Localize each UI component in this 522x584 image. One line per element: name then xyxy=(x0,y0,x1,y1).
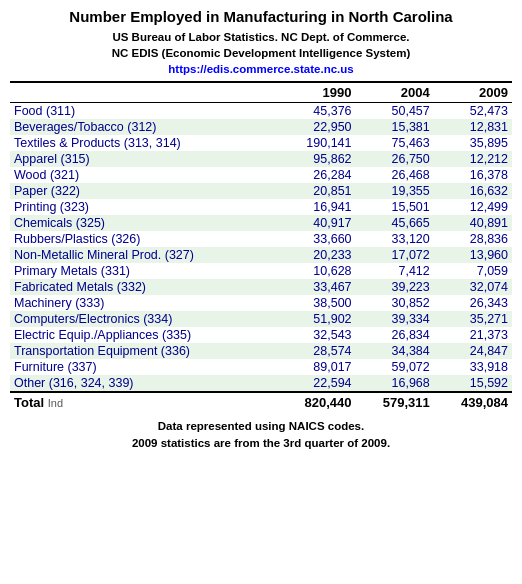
row-value: 75,463 xyxy=(356,135,434,151)
page-title: Number Employed in Manufacturing in Nort… xyxy=(10,8,512,25)
row-value: 20,233 xyxy=(277,247,355,263)
total-row: Total Ind 820,440 579,311 439,084 xyxy=(10,392,512,412)
row-value: 89,017 xyxy=(277,359,355,375)
row-value: 16,632 xyxy=(434,183,512,199)
row-value: 16,941 xyxy=(277,199,355,215)
row-value: 32,543 xyxy=(277,327,355,343)
row-value: 33,918 xyxy=(434,359,512,375)
row-value: 12,499 xyxy=(434,199,512,215)
row-value: 28,836 xyxy=(434,231,512,247)
row-label: Beverages/Tobacco (312) xyxy=(10,119,277,135)
table-row: Chemicals (325)40,91745,66540,891 xyxy=(10,215,512,231)
row-value: 15,501 xyxy=(356,199,434,215)
table-row: Rubbers/Plastics (326)33,66033,12028,836 xyxy=(10,231,512,247)
row-value: 12,831 xyxy=(434,119,512,135)
row-label: Primary Metals (331) xyxy=(10,263,277,279)
footer-line1: Data represented using NAICS codes. xyxy=(158,420,364,432)
row-value: 16,378 xyxy=(434,167,512,183)
row-value: 16,968 xyxy=(356,375,434,392)
row-label: Non-Metallic Mineral Prod. (327) xyxy=(10,247,277,263)
row-value: 17,072 xyxy=(356,247,434,263)
row-value: 24,847 xyxy=(434,343,512,359)
row-value: 34,384 xyxy=(356,343,434,359)
row-label: Chemicals (325) xyxy=(10,215,277,231)
row-label: Furniture (337) xyxy=(10,359,277,375)
row-value: 33,660 xyxy=(277,231,355,247)
table-body: Food (311)45,37650,45752,473Beverages/To… xyxy=(10,103,512,393)
row-value: 20,851 xyxy=(277,183,355,199)
row-value: 39,334 xyxy=(356,311,434,327)
col-header-1990: 1990 xyxy=(277,82,355,103)
table-row: Fabricated Metals (332)33,46739,22332,07… xyxy=(10,279,512,295)
row-value: 95,862 xyxy=(277,151,355,167)
table-row: Food (311)45,37650,45752,473 xyxy=(10,103,512,120)
table-row: Wood (321)26,28426,46816,378 xyxy=(10,167,512,183)
row-value: 10,628 xyxy=(277,263,355,279)
row-label: Printing (323) xyxy=(10,199,277,215)
subtitle-line1: US Bureau of Labor Statistics. NC Dept. … xyxy=(112,31,409,43)
row-value: 7,412 xyxy=(356,263,434,279)
total-text: Total xyxy=(14,395,44,410)
footer-notes: Data represented using NAICS codes. 2009… xyxy=(10,418,512,453)
row-label: Paper (322) xyxy=(10,183,277,199)
row-label: Electric Equip./Appliances (335) xyxy=(10,327,277,343)
subtitle: US Bureau of Labor Statistics. NC Dept. … xyxy=(10,29,512,61)
row-value: 50,457 xyxy=(356,103,434,120)
table-row: Primary Metals (331)10,6287,4127,059 xyxy=(10,263,512,279)
row-value: 59,072 xyxy=(356,359,434,375)
row-value: 26,834 xyxy=(356,327,434,343)
table-row: Apparel (315)95,86226,75012,212 xyxy=(10,151,512,167)
total-1990: 820,440 xyxy=(277,392,355,412)
total-2004: 579,311 xyxy=(356,392,434,412)
row-label: Fabricated Metals (332) xyxy=(10,279,277,295)
row-value: 35,271 xyxy=(434,311,512,327)
row-label: Computers/Electronics (334) xyxy=(10,311,277,327)
footer-line2: 2009 statistics are from the 3rd quarter… xyxy=(132,437,390,449)
table-row: Other (316, 324, 339)22,59416,96815,592 xyxy=(10,375,512,392)
row-value: 26,343 xyxy=(434,295,512,311)
source-url: https://edis.commerce.state.nc.us xyxy=(10,63,512,75)
row-value: 26,750 xyxy=(356,151,434,167)
row-label: Apparel (315) xyxy=(10,151,277,167)
row-value: 40,917 xyxy=(277,215,355,231)
subtitle-line2: NC EDIS (Economic Development Intelligen… xyxy=(112,47,410,59)
table-row: Electric Equip./Appliances (335)32,54326… xyxy=(10,327,512,343)
row-value: 22,594 xyxy=(277,375,355,392)
row-value: 26,284 xyxy=(277,167,355,183)
row-label: Machinery (333) xyxy=(10,295,277,311)
row-value: 26,468 xyxy=(356,167,434,183)
col-header-2004: 2004 xyxy=(356,82,434,103)
row-value: 19,355 xyxy=(356,183,434,199)
table-row: Paper (322)20,85119,35516,632 xyxy=(10,183,512,199)
row-label: Wood (321) xyxy=(10,167,277,183)
row-label: Other (316, 324, 339) xyxy=(10,375,277,392)
row-value: 12,212 xyxy=(434,151,512,167)
row-value: 33,120 xyxy=(356,231,434,247)
row-value: 45,376 xyxy=(277,103,355,120)
table-header-row: 1990 2004 2009 xyxy=(10,82,512,103)
row-label: Textiles & Products (313, 314) xyxy=(10,135,277,151)
page-container: Number Employed in Manufacturing in Nort… xyxy=(0,0,522,463)
table-row: Textiles & Products (313, 314)190,14175,… xyxy=(10,135,512,151)
row-value: 15,381 xyxy=(356,119,434,135)
row-value: 190,141 xyxy=(277,135,355,151)
row-value: 45,665 xyxy=(356,215,434,231)
row-label: Food (311) xyxy=(10,103,277,120)
table-row: Printing (323)16,94115,50112,499 xyxy=(10,199,512,215)
table-row: Computers/Electronics (334)51,90239,3343… xyxy=(10,311,512,327)
row-value: 38,500 xyxy=(277,295,355,311)
table-row: Non-Metallic Mineral Prod. (327)20,23317… xyxy=(10,247,512,263)
row-value: 13,960 xyxy=(434,247,512,263)
row-value: 32,074 xyxy=(434,279,512,295)
row-value: 7,059 xyxy=(434,263,512,279)
row-value: 39,223 xyxy=(356,279,434,295)
row-value: 40,891 xyxy=(434,215,512,231)
row-value: 30,852 xyxy=(356,295,434,311)
table-row: Machinery (333)38,50030,85226,343 xyxy=(10,295,512,311)
total-2009: 439,084 xyxy=(434,392,512,412)
row-label: Transportation Equipment (336) xyxy=(10,343,277,359)
row-value: 22,950 xyxy=(277,119,355,135)
row-value: 52,473 xyxy=(434,103,512,120)
col-header-2009: 2009 xyxy=(434,82,512,103)
col-header-label xyxy=(10,82,277,103)
